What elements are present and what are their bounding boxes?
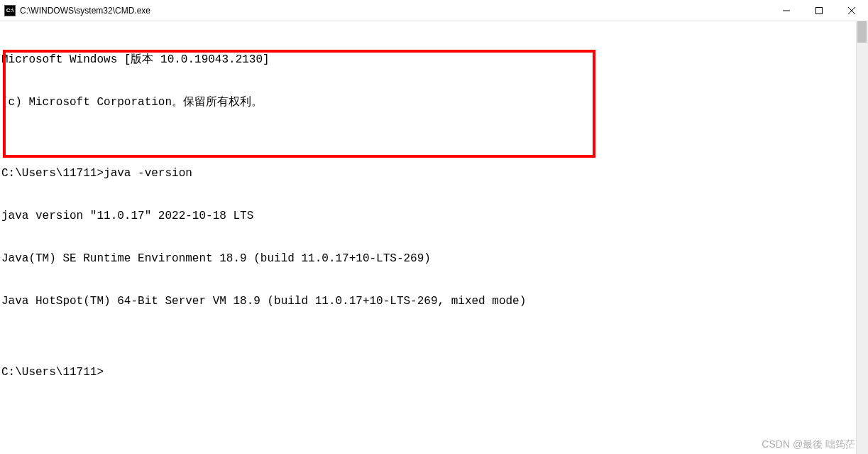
minimize-button[interactable] <box>770 0 803 21</box>
terminal-line: C:\Users\11711> <box>1 365 868 379</box>
terminal-line: java version "11.0.17" 2022-10-18 LTS <box>1 209 868 223</box>
terminal-line: (c) Microsoft Corporation。保留所有权利。 <box>1 95 868 109</box>
terminal-output[interactable]: Microsoft Windows [版本 10.0.19043.2130] (… <box>0 21 868 454</box>
scrollbar-thumb[interactable] <box>857 21 867 43</box>
svg-rect-1 <box>816 7 823 13</box>
close-button[interactable] <box>835 0 868 21</box>
window-controls <box>770 0 868 21</box>
terminal-line: Java(TM) SE Runtime Environment 18.9 (bu… <box>1 252 868 266</box>
scrollbar-track[interactable] <box>856 21 868 454</box>
maximize-button[interactable] <box>803 0 835 21</box>
terminal-line: Java HotSpot(TM) 64-Bit Server VM 18.9 (… <box>1 294 868 308</box>
terminal-line: Microsoft Windows [版本 10.0.19043.2130] <box>1 53 868 67</box>
window-titlebar: C:\ C:\WINDOWS\system32\CMD.exe <box>0 0 868 21</box>
cmd-icon: C:\ <box>4 5 16 16</box>
watermark-text: CSDN @最後 咄筠茫 <box>762 438 855 451</box>
terminal-line: C:\Users\11711>java -version <box>1 166 868 180</box>
window-title: C:\WINDOWS\system32\CMD.exe <box>20 6 770 16</box>
